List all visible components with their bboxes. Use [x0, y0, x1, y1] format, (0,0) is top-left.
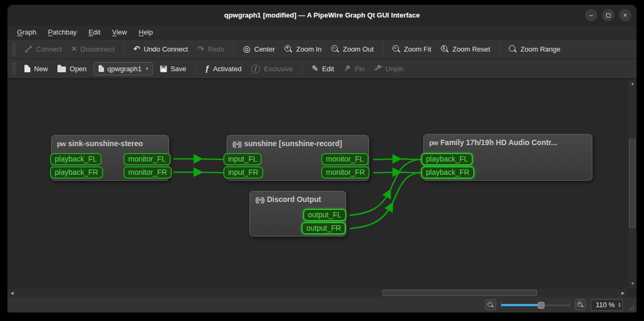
toolbar-separator	[302, 62, 303, 75]
activated-icon: ƒ	[205, 65, 209, 72]
node-sunshine[interactable]: ((•)) sunshine [sunshine-record] input_F…	[227, 135, 369, 181]
chevron-down-icon: ▾	[146, 66, 148, 71]
close-button[interactable]: ×	[619, 9, 631, 21]
wire-outputFR-playbackFR[interactable]	[349, 173, 421, 229]
connection-wires	[7, 79, 626, 297]
port-input[interactable]: input_FR	[223, 166, 263, 179]
menu-help[interactable]: Help	[133, 27, 158, 38]
save-button[interactable]: Save	[155, 62, 191, 76]
edit-button[interactable]: ✎ Edit	[307, 62, 339, 76]
zoom-out-icon: −	[331, 45, 339, 53]
resize-grip[interactable]	[628, 304, 634, 310]
open-label: Open	[70, 65, 87, 73]
toolbar-drag-handle[interactable]	[12, 62, 15, 75]
toolbar-separator	[233, 43, 234, 55]
spinbox-arrows[interactable]: ▲▼	[618, 302, 621, 308]
activated-button[interactable]: ƒ Activated	[200, 62, 246, 76]
zoom-reset-label: Zoom Reset	[453, 45, 490, 53]
menu-bar: Graph Patchbay Edit View Help	[7, 26, 637, 39]
menu-edit[interactable]: Edit	[83, 27, 105, 38]
connect-button[interactable]: Connect	[20, 42, 66, 56]
menu-patchbay[interactable]: Patchbay	[43, 27, 82, 38]
zoom-fit-button[interactable]: ● Zoom Fit	[388, 42, 436, 56]
center-button[interactable]: ◎ Center	[238, 42, 280, 56]
port-input[interactable]: playback_FL	[50, 153, 102, 165]
port-output[interactable]: monitor_FL	[321, 153, 369, 165]
wire-monitorFR-playbackFR[interactable]	[373, 172, 421, 173]
port-output[interactable]: output_FL	[303, 209, 346, 221]
zoom-percent-spinbox[interactable]: 110 % ▲▼	[591, 299, 623, 311]
zoom-reset-button[interactable]: 1 Zoom Reset	[436, 42, 495, 56]
menu-graph[interactable]: Graph	[12, 27, 41, 38]
maximize-icon	[606, 13, 610, 18]
vertical-scrollbar[interactable]: ▲ ▼	[628, 79, 637, 288]
port-input[interactable]: playback_FR	[50, 166, 103, 179]
horizontal-scrollbar[interactable]: ◀ ▶	[7, 288, 628, 297]
disconnect-button[interactable]: × Disconnect	[66, 42, 119, 56]
zoom-range-button[interactable]: Zoom Range	[504, 42, 565, 56]
graph-canvas[interactable]: pw sink-sunshine-stereo playback_FL play…	[7, 79, 637, 297]
node-family-hd-audio[interactable]: pw Family 17h/19h HD Audio Contr... play…	[423, 134, 592, 181]
edit-pencil-icon: ✎	[312, 65, 319, 72]
title-bar[interactable]: qpwgraph1 [modified] — A PipeWire Graph …	[7, 5, 637, 26]
zoom-fit-icon: ●	[392, 45, 400, 53]
horizontal-scroll-handle[interactable]	[382, 290, 537, 296]
menu-view[interactable]: View	[107, 27, 132, 38]
patchbay-file-combo[interactable]: qpwgraph1 ▾	[94, 62, 153, 75]
port-input[interactable]: playback_FR	[421, 166, 474, 179]
undo-connect-button[interactable]: ↶ Undo Connect	[129, 42, 193, 56]
unpin-button[interactable]: Unpin	[370, 61, 408, 77]
edit-label: Edit	[322, 65, 334, 73]
zoom-out-icon: −	[488, 302, 494, 308]
exclusive-button[interactable]: ƒ Exclusive	[246, 61, 298, 77]
vertical-scroll-handle[interactable]	[629, 139, 635, 228]
disconnect-icon: ×	[71, 45, 77, 53]
scroll-left-button[interactable]: ◀	[7, 289, 16, 297]
port-input[interactable]: input_FL	[223, 153, 262, 165]
port-output[interactable]: monitor_FR	[321, 166, 370, 179]
unpin-label: Unpin	[386, 65, 404, 73]
maximize-button[interactable]	[602, 9, 614, 21]
zoom-in-icon: +	[285, 45, 292, 53]
wire-monitorFL-inputFL[interactable]	[173, 159, 223, 159]
new-file-icon	[24, 65, 30, 72]
node-title-bar: pw sink-sunshine-stereo	[52, 136, 169, 150]
exclusive-label: Exclusive	[264, 65, 293, 73]
port-output[interactable]: output_FR	[302, 222, 346, 234]
wire-monitorFR-inputFR[interactable]	[173, 172, 223, 173]
redo-button[interactable]: ↷ Redo	[193, 42, 229, 56]
port-output[interactable]: monitor_FL	[123, 153, 171, 165]
minimize-button[interactable]: –	[585, 9, 597, 21]
open-button[interactable]: Open	[53, 62, 91, 76]
zoom-in-button[interactable]: + Zoom In	[280, 42, 327, 56]
port-output[interactable]: monitor_FR	[123, 166, 172, 179]
scroll-up-button[interactable]: ▲	[628, 79, 637, 88]
node-title: sunshine [sunshine-record]	[244, 139, 342, 148]
connect-label: Connect	[36, 45, 62, 53]
zoom-out-small-button[interactable]: −	[485, 299, 496, 310]
zoom-reset-icon: 1	[441, 45, 449, 53]
toolbar-separator	[195, 62, 196, 75]
undo-connect-label: Undo Connect	[144, 45, 188, 53]
node-discord-output[interactable]: ((•)) Discord Output output_FL output_FR	[249, 191, 346, 236]
scroll-right-button[interactable]: ▶	[618, 289, 628, 297]
zoom-slider[interactable]	[501, 301, 570, 309]
zoom-out-label: Zoom Out	[343, 45, 374, 53]
slider-handle[interactable]	[538, 302, 545, 309]
scroll-down-button[interactable]: ▼	[628, 279, 637, 288]
zoom-out-button[interactable]: − Zoom Out	[327, 42, 379, 56]
zoom-in-small-button[interactable]: +	[575, 299, 586, 310]
zoom-in-icon: +	[578, 302, 584, 308]
node-title-bar: ((•)) Discord Output	[250, 191, 346, 206]
zoom-fit-label: Zoom Fit	[404, 45, 431, 53]
node-sink-sunshine-stereo[interactable]: pw sink-sunshine-stereo playback_FL play…	[51, 135, 169, 181]
node-title-bar: pw Family 17h/19h HD Audio Contr...	[424, 134, 592, 149]
wire-monitorFL-playbackFL[interactable]	[373, 159, 421, 159]
pipewire-icon: pw	[57, 140, 65, 148]
toolbar-drag-handle[interactable]	[12, 43, 15, 55]
pin-button[interactable]: Pin	[339, 62, 370, 76]
redo-label: Redo	[208, 45, 224, 53]
port-input[interactable]: playback_FL	[421, 153, 473, 165]
unpin-icon	[374, 64, 382, 73]
new-button[interactable]: New	[20, 62, 53, 76]
